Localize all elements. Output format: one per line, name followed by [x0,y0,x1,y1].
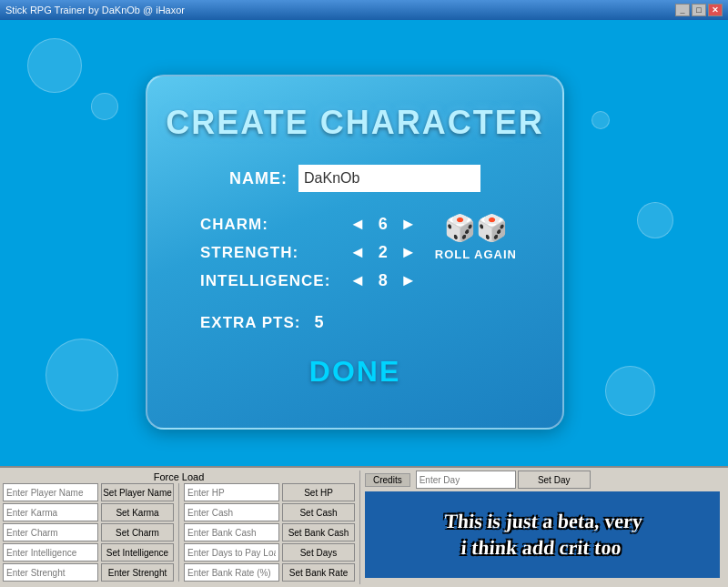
create-character-card: CREATE CHARACTER NAME: CHARM: ◄ 6 ► STRE… [146,75,564,430]
set-cash-button[interactable]: Set Cash [282,503,355,521]
intelligence-increase-button[interactable]: ► [397,271,420,290]
main-area: CREATE CHARACTER NAME: CHARM: ◄ 6 ► STRE… [0,20,728,466]
extra-pts-row: EXTRA PTS: 5 [200,313,510,332]
force-load-header: Force Load [3,471,355,483]
name-row: NAME: [229,165,480,192]
set-player-name-button[interactable]: Set Player Name [101,483,174,501]
strength-increase-button[interactable]: ► [397,243,420,262]
roll-section[interactable]: 🎲🎲 ROLL AGAIN [435,213,517,261]
name-input[interactable] [298,165,480,192]
window-title: Stick RPG Trainer by DaKnOb @ iHaxor [5,5,185,15]
force-load-col2: Set Player Name Set Karma Set Charm Set … [101,483,174,582]
charm-increase-button[interactable]: ► [397,215,420,234]
bubble-decoration [592,111,610,129]
intelligence-value: 8 [369,271,397,290]
intelligence-decrease-button[interactable]: ◄ [346,271,369,290]
player-name-input[interactable] [3,483,98,501]
set-day-button[interactable]: Set Day [518,471,591,489]
force-load-col1 [3,483,98,582]
bottom-panel: Force Load Set Player Name Set Karma Set… [0,466,728,587]
force-load-col4: Set HP Set Cash Set Bank Cash Set Days S… [282,483,355,582]
close-button[interactable]: ✕ [708,4,723,16]
charm-decrease-button[interactable]: ◄ [346,215,369,234]
name-label: NAME: [229,169,288,188]
card-title: CREATE CHARACTER [166,104,543,142]
force-load-cols: Set Player Name Set Karma Set Charm Set … [3,483,355,582]
intelligence-label: INTELLIGENCE: [200,272,346,290]
roll-again-label: ROLL AGAIN [435,248,517,261]
bubble-decoration [46,339,118,411]
minimize-button[interactable]: _ [675,4,690,16]
set-bank-rate-button[interactable]: Set Bank Rate [282,563,355,582]
dice-icon: 🎲🎲 [444,213,508,243]
credits-text: This is just a beta, veryi think add cri… [441,509,644,561]
bubble-decoration [27,38,82,93]
extra-pts-value: 5 [314,313,323,332]
force-load-col3 [184,483,279,582]
maximize-button[interactable]: □ [692,4,706,16]
bubble-decoration [637,202,673,238]
set-karma-button[interactable]: Set Karma [101,503,174,521]
charm-value: 6 [369,215,397,234]
charm-label: CHARM: [200,216,346,234]
karma-input[interactable] [3,503,98,521]
bank-rate-input[interactable] [184,563,279,582]
hp-input[interactable] [184,483,279,501]
cash-input[interactable] [184,503,279,521]
extra-pts-label: EXTRA PTS: [200,314,300,332]
set-hp-button[interactable]: Set HP [282,483,355,501]
strength-label: STRENGTH: [200,244,346,262]
bubble-decoration [91,93,118,120]
intelligence-input[interactable] [3,543,98,562]
intelligence-row: INTELLIGENCE: ◄ 8 ► [200,271,510,290]
window-controls: _ □ ✕ [675,4,723,16]
enter-strength-button[interactable]: Enter Strenght [101,563,174,582]
day-input[interactable] [416,471,516,489]
bank-cash-input[interactable] [184,523,279,541]
section-divider [359,471,360,584]
set-days-button[interactable]: Set Days [282,543,355,562]
days-input[interactable] [184,543,279,562]
strength-decrease-button[interactable]: ◄ [346,243,369,262]
strength-input[interactable] [3,563,98,582]
day-inputs: Set Day [416,471,591,489]
strength-value: 2 [369,243,397,262]
right-section: Credits Set Day This is just a beta, ver… [365,471,725,584]
set-charm-button[interactable]: Set Charm [101,523,174,541]
title-bar: Stick RPG Trainer by DaKnOb @ iHaxor _ □… [0,0,728,20]
day-row: Credits Set Day [365,471,725,489]
set-intelligence-button[interactable]: Set Intelligence [101,543,174,562]
set-bank-cash-button[interactable]: Set Bank Cash [282,523,355,541]
credits-content: This is just a beta, veryi think add cri… [365,491,720,578]
charm-input[interactable] [3,523,98,541]
force-load-section: Force Load Set Player Name Set Karma Set… [3,471,355,584]
done-button[interactable]: DONE [309,355,400,389]
bubble-decoration [605,366,655,416]
vertical-divider [178,483,179,582]
credits-tab[interactable]: Credits [365,473,410,487]
